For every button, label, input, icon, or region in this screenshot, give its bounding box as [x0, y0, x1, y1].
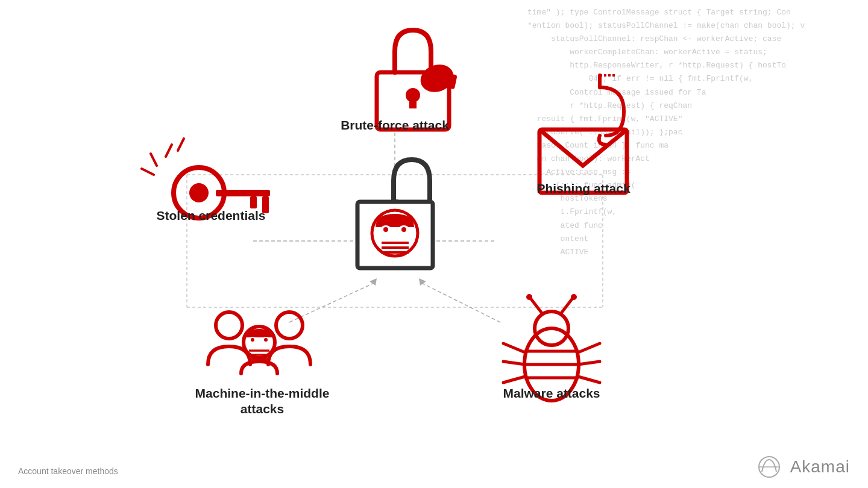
mitm-label: Machine-in-the-middle [195, 386, 330, 400]
svg-line-6 [289, 283, 374, 322]
svg-point-58 [571, 294, 577, 300]
mitm-icon [208, 312, 310, 374]
akamai-text: Akamai [790, 457, 850, 477]
svg-marker-9 [419, 278, 426, 286]
svg-rect-24 [216, 190, 270, 196]
svg-point-38 [383, 227, 388, 232]
svg-point-23 [189, 183, 209, 202]
center-lock-icon [357, 160, 433, 268]
svg-point-43 [216, 312, 242, 339]
svg-marker-7 [370, 278, 377, 286]
svg-point-49 [264, 338, 268, 342]
svg-line-66 [578, 361, 600, 364]
svg-line-62 [503, 343, 525, 352]
stolen-credentials-icon [142, 139, 270, 218]
phishing-icon [539, 75, 627, 193]
akamai-icon [751, 455, 787, 479]
svg-line-28 [166, 145, 172, 157]
svg-point-48 [251, 338, 254, 342]
svg-line-67 [578, 377, 600, 383]
svg-line-65 [578, 343, 600, 352]
svg-line-64 [503, 377, 525, 383]
mitm-label-2: attacks [241, 402, 284, 416]
svg-rect-25 [250, 196, 257, 208]
svg-point-44 [276, 312, 303, 339]
svg-rect-16 [409, 95, 417, 108]
svg-line-30 [142, 169, 154, 175]
stolen-credentials-label: Stolen credentials [157, 208, 266, 222]
akamai-logo: Akamai [751, 455, 850, 479]
brute-force-label: Brute-force attack [341, 118, 449, 132]
svg-line-8 [422, 283, 500, 322]
brute-force-icon [377, 30, 458, 130]
svg-point-57 [526, 294, 532, 300]
malware-label: Malware attacks [503, 386, 600, 400]
svg-line-63 [503, 361, 525, 364]
phishing-label: Phishing attack [536, 181, 631, 195]
svg-line-55 [530, 298, 542, 314]
diagram-svg: Brute-force attack Stolen credentials Ph… [0, 0, 663, 488]
svg-line-56 [561, 298, 573, 314]
svg-line-29 [178, 139, 184, 151]
svg-point-39 [401, 227, 406, 232]
svg-line-27 [151, 154, 157, 166]
bottom-caption: Account takeover methods [18, 466, 118, 476]
malware-icon [503, 294, 600, 401]
